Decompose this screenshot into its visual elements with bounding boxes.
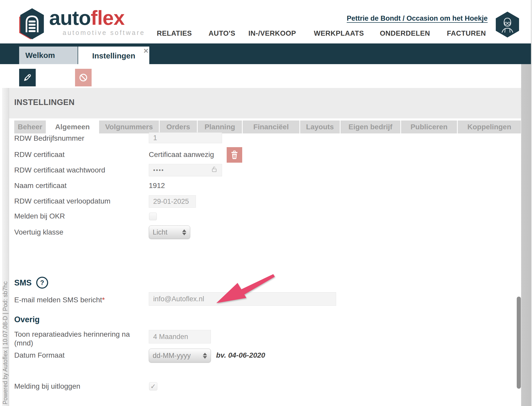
autoflex-logo-icon (19, 8, 46, 40)
rdw-certificate-label: RDW certificaat (14, 149, 64, 160)
required-mark: * (102, 296, 105, 304)
reminder-label: Toon reparatieadvies herinnering na (mnd… (14, 330, 136, 348)
annotation-arrow (215, 274, 276, 308)
certificate-name-value: 1912 (149, 180, 165, 191)
logout-label: Melding bij uitloggen (14, 381, 80, 392)
okr-checkbox[interactable] (149, 213, 157, 220)
page-title: INSTELLINGEN (14, 98, 75, 107)
header: autoflex automotive software RELATIES AU… (0, 0, 532, 43)
tab-publiceren[interactable]: Publiceren (401, 121, 457, 133)
vehicle-class-select[interactable]: Licht (149, 225, 190, 239)
date-format-value: dd-MM-yyyy (153, 352, 191, 360)
certificate-expiry-label: RDW certificaat verloopdatum (14, 196, 110, 207)
nav-autos[interactable]: AUTO'S (209, 29, 235, 37)
session-tabbar: Welkom Instellingen × (0, 43, 531, 64)
overig-heading: Overig (14, 315, 40, 324)
logo-word-flex: flex (91, 6, 124, 29)
edit-button[interactable] (19, 69, 36, 86)
pencil-icon (22, 72, 33, 83)
close-tab-icon[interactable]: × (142, 47, 150, 55)
help-icon[interactable]: ? (36, 277, 48, 289)
unlock-icon (211, 166, 218, 175)
autoflex-logo[interactable]: autoflex automotive software (19, 8, 145, 40)
nav-inverkoop[interactable]: IN-/VERKOOP (248, 29, 296, 37)
nav-facturen[interactable]: FACTUREN (447, 29, 486, 37)
logo-word-auto: auto (49, 6, 91, 29)
nav-werkplaats[interactable]: WERKPLAATS (314, 29, 364, 37)
nav-relaties[interactable]: RELATIES (157, 29, 192, 37)
delete-certificate-button[interactable] (227, 147, 242, 163)
user-company-link[interactable]: Pettrie de Bondt / Occasion om het Hoekj… (347, 14, 484, 22)
scrollbar-track[interactable] (521, 64, 531, 406)
sms-email-label: E-mail melden SMS bericht* (14, 294, 105, 306)
cancel-button[interactable] (75, 69, 92, 86)
tab-financieel[interactable]: Financiëel (243, 121, 299, 133)
tab-layouts[interactable]: Layouts (300, 121, 340, 133)
stepper-icon (182, 229, 186, 235)
reminder-input[interactable]: 4 Maanden (149, 330, 211, 343)
tab-beheer[interactable]: Beheer (14, 121, 46, 133)
rdw-number-input[interactable]: 1 (149, 132, 222, 143)
tab-planning[interactable]: Planning (198, 121, 242, 133)
title-band: INSTELLINGEN (9, 88, 521, 118)
question-glyph: ? (40, 279, 44, 287)
tab-algemeen[interactable]: Algemeen (47, 121, 98, 133)
powered-by-text: Powered by Autoflex | 10.07.08-D | Pod: … (2, 223, 9, 404)
tab-eigen-bedrijf[interactable]: Eigen bedrijf (341, 121, 400, 133)
sms-email-label-text: E-mail melden SMS bericht (14, 296, 102, 304)
app-window: autoflex automotive software RELATIES AU… (0, 0, 532, 406)
logout-checkbox[interactable]: ✓ (149, 382, 157, 390)
user-avatar[interactable] (496, 11, 519, 38)
scrollbar-thumb[interactable] (517, 297, 521, 389)
sms-heading: SMS (14, 278, 32, 288)
date-format-select[interactable]: dd-MM-yyyy (149, 349, 211, 363)
stepper-icon (203, 353, 207, 359)
logo-tagline: automotive software (63, 29, 145, 36)
rdw-password-input[interactable]: •••• (149, 164, 222, 176)
avatar-person-icon (496, 11, 519, 38)
certificate-name-label: Naam certificaat (14, 180, 66, 191)
window-edge (531, 0, 532, 406)
date-format-label: Datum Formaat (14, 350, 65, 361)
forbidden-icon (78, 72, 89, 83)
vehicle-class-label: Voertuig klasse (14, 227, 63, 238)
rdw-password-label: RDW certificaat wachtwoord (14, 164, 105, 176)
date-format-example: bv. 04-06-2020 (216, 351, 265, 359)
rdw-certificate-value: Certificaat aanwezig (149, 149, 214, 160)
rdw-number-label: RDW Bedrijfsnummer (14, 133, 84, 144)
tab-orders[interactable]: Orders (160, 121, 197, 133)
trash-icon (230, 150, 239, 160)
vehicle-class-value: Licht (153, 228, 167, 236)
settings-tabs: Beheer Algemeen Volgnummers Orders Plann… (14, 121, 521, 133)
tab-volgnummers[interactable]: Volgnummers (99, 121, 159, 133)
certificate-expiry-input[interactable]: 29-01-2025 (149, 195, 196, 208)
session-tab-instellingen[interactable]: Instellingen (78, 47, 149, 65)
tab-koppelingen[interactable]: Koppelingen (458, 121, 521, 133)
nav-onderdelen[interactable]: ONDERDELEN (380, 29, 430, 37)
autoflex-logo-text: autoflex automotive software (49, 8, 145, 36)
session-tab-welkom[interactable]: Welkom (19, 47, 78, 64)
password-dots: •••• (153, 167, 164, 174)
okr-label: Melden bij OKR (14, 210, 65, 222)
